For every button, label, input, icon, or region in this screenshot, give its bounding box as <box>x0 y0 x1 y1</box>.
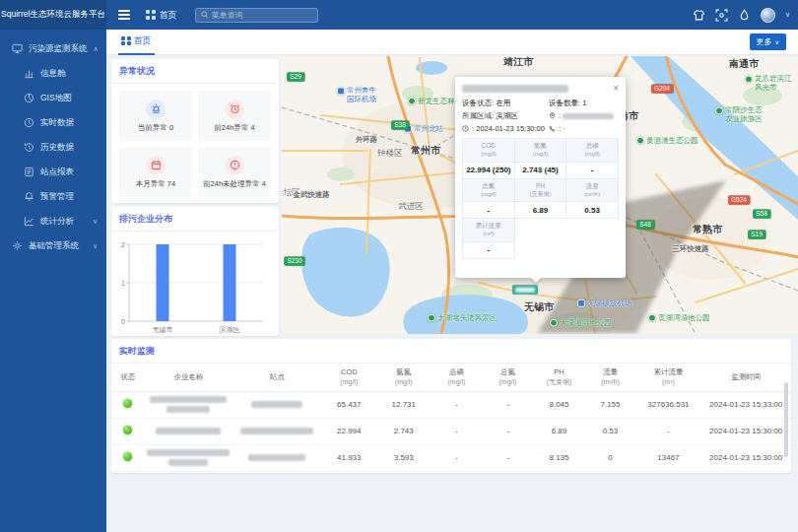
map-poi-park[interactable]: 常阴沙生态 农业旅游区 <box>715 106 763 123</box>
popup-metric-header: COD(mg/l) <box>463 139 515 163</box>
sidebar-item-0-4[interactable]: 站点报表 <box>0 160 106 184</box>
sidebar-item-0-0[interactable]: 信息舱 <box>0 61 106 86</box>
popup-metric-value: 2.743 (45) <box>514 162 566 178</box>
map-poi-park[interactable]: 太湖鼋头渚风景区 <box>428 314 497 323</box>
enterprise-distribution-panel: 排污企业分布 012无锡市滨湖区 <box>111 207 279 336</box>
road-badge-S48: S48 <box>636 221 654 230</box>
svg-text:0: 0 <box>121 318 125 325</box>
bar-无锡市 <box>157 244 169 321</box>
more-button[interactable]: 更多 ∨ <box>750 33 786 50</box>
value-cell-time: 2024-01-23 15:33:00 <box>700 391 791 418</box>
status-cell <box>111 391 144 418</box>
app-logo: Squirrel生态环境云服务平台 <box>0 0 106 30</box>
stat-label: 前24h未处理异常 4 <box>203 179 266 189</box>
sidebar-item-0-6[interactable]: 统计分析∨ <box>0 209 106 233</box>
stat-card-1[interactable]: 前24h异常 4 <box>198 91 271 141</box>
search-input[interactable] <box>212 11 312 20</box>
monitor-icon <box>12 43 23 54</box>
tab-home[interactable]: 首页 <box>118 30 155 55</box>
map-poi-park[interactable]: 大溪港湿地公园 <box>550 319 612 328</box>
table-row[interactable]: 41.9333.593--8.1350134672024-01-23 15:30… <box>111 444 791 471</box>
popup-close-button[interactable]: × <box>613 84 619 94</box>
poi-label: 贡湖湾湿地公园 <box>658 314 710 323</box>
sidebar-item-0-2[interactable]: 实时数据 <box>0 110 106 135</box>
road-badge-S38: S38 <box>391 121 409 130</box>
realtime-monitoring-panel: 实时监测 状态企业名称站点COD(mg/l)氨氮(mg/l)总磷(mg/l)总氮… <box>111 339 791 473</box>
map-poi-transport[interactable]: 常州北站 <box>404 125 443 134</box>
redacted-device-title <box>462 85 568 93</box>
stat-label: 本月异常 74 <box>136 179 175 189</box>
value-cell-tn: - <box>482 418 533 444</box>
popup-metric-header: 氨氮(mg/l) <box>514 139 566 163</box>
map-poi-park[interactable]: 新龙生态林 <box>408 98 455 106</box>
stat-card-2[interactable]: 本月异常 74 <box>119 147 192 197</box>
device-phone: : · <box>549 124 619 133</box>
sidebar-item-0-5[interactable]: 预警管理 <box>0 184 106 209</box>
device-address: : <box>549 111 619 121</box>
map-poi-park[interactable]: 黄泗浦生态公园 <box>636 137 698 146</box>
poi-label: 新龙生态林 <box>418 98 455 106</box>
value-cell-tp: - <box>431 444 482 471</box>
flame-icon[interactable] <box>738 9 751 22</box>
gis-map[interactable]: 南通市靖江市张家港市常州市常熟市无锡市金坛区武进区钟楼区金武快速路三环快速路外环… <box>282 56 798 334</box>
menu-search[interactable] <box>195 8 318 23</box>
table-row[interactable]: 65.43712.731--8.0457.155327636.5312024-0… <box>111 391 791 418</box>
breadcrumb[interactable]: 首页 <box>146 9 177 22</box>
map-poi-transport[interactable]: 无锡硕放机场 <box>577 299 632 308</box>
value-cell-cod: 65.437 <box>322 391 376 418</box>
chevron-down-icon: ∨ <box>93 218 98 226</box>
station-cell <box>233 444 321 471</box>
enterprise-name-cell <box>144 444 233 471</box>
report-icon <box>24 166 34 177</box>
stat-card-0[interactable]: 当前异常 0 <box>119 91 192 141</box>
map-city-label: 常州市 <box>411 145 440 157</box>
sidebar-item-0-1[interactable]: GIS地图 <box>0 86 106 110</box>
column-header-6: 总氮(mg/l) <box>482 364 533 391</box>
park-marker-icon <box>408 98 416 105</box>
theme-icon[interactable] <box>693 9 705 22</box>
value-cell-total: 13467 <box>635 444 700 471</box>
svg-text:滨湖区: 滨湖区 <box>220 325 240 334</box>
popup-anchor <box>530 277 542 283</box>
redacted-bar <box>147 449 230 456</box>
enterprise-name-cell <box>144 391 233 418</box>
popup-metric-value: - <box>463 241 515 258</box>
bars-icon <box>24 68 34 79</box>
map-poi-park[interactable]: 贡湖湾湿地公园 <box>648 314 710 323</box>
sidebar-section-0[interactable]: 污染源监测系统∧ <box>0 36 106 61</box>
sidebar-item-0-3[interactable]: 历史数据 <box>0 135 106 160</box>
alarm-clock-icon <box>225 100 244 119</box>
panel-title: 排污企业分布 <box>111 207 279 232</box>
table-row[interactable]: 22.9942.743--6.890.53-2024-01-23 15:30:0… <box>111 418 791 444</box>
value-cell-time: 2024-01-23 15:30:00 <box>700 418 791 444</box>
stat-grid: 当前异常 0前24h异常 4本月异常 74前24h未处理异常 4 <box>111 84 279 204</box>
screenshot-icon[interactable] <box>715 9 728 22</box>
redacted-bar <box>156 428 221 434</box>
stat-card-3[interactable]: 前24h未处理异常 4 <box>198 147 271 197</box>
user-avatar[interactable] <box>761 8 775 23</box>
popup-metric-header: 总磷(mg/l) <box>566 139 619 163</box>
map-city-label: 南通市 <box>729 58 759 70</box>
redacted-bar <box>251 401 302 408</box>
poi-label: 黄泗浦生态公园 <box>646 137 698 146</box>
map-poi-transport[interactable]: 常州奔牛 国际机场 <box>337 87 376 103</box>
bar-chart: 012无锡市滨湖区 <box>111 232 279 337</box>
sidebar-section-1[interactable]: 基础管理系统∨ <box>0 233 106 258</box>
siren-icon <box>146 100 166 119</box>
svg-text:1: 1 <box>121 280 125 287</box>
redacted-station-name <box>233 401 320 408</box>
hamburger-menu-icon[interactable] <box>118 10 130 20</box>
map-poi-park[interactable]: 龙爪岩滨江 风光带 <box>745 75 792 92</box>
sidebar-item-label: 历史数据 <box>40 142 74 154</box>
alarm-icon <box>24 191 34 202</box>
table-scrollbar[interactable] <box>784 382 788 457</box>
redacted-bar <box>240 428 313 434</box>
dashboard-icon <box>146 10 156 20</box>
park-marker-icon <box>636 137 644 145</box>
monitored-site-badge[interactable] <box>512 286 538 295</box>
panel-title: 异常状况 <box>111 59 279 84</box>
abnormal-status-panel: 异常状况 当前异常 0前24h异常 4本月异常 74前24h未处理异常 4 <box>111 59 279 203</box>
popup-metric-header: PH(无量纲) <box>514 178 566 202</box>
user-menu-chevron-icon[interactable]: ∨ <box>785 11 790 19</box>
stat-label: 前24h异常 4 <box>214 123 254 133</box>
